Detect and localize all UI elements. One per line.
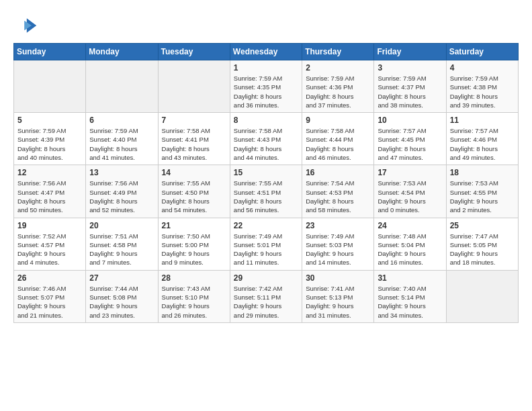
calendar-cell: 5Sunrise: 7:59 AM Sunset: 4:39 PM Daylig… (14, 113, 86, 165)
day-number: 3 (378, 63, 442, 73)
day-info: Sunrise: 7:56 AM Sunset: 4:47 PM Dayligh… (17, 179, 82, 214)
calendar-cell: 11Sunrise: 7:57 AM Sunset: 4:46 PM Dayli… (446, 113, 518, 165)
calendar-cell: 19Sunrise: 7:52 AM Sunset: 4:57 PM Dayli… (14, 218, 86, 270)
weekday-header-monday: Monday (86, 44, 158, 60)
day-number: 13 (89, 168, 154, 177)
calendar-cell: 24Sunrise: 7:48 AM Sunset: 5:04 PM Dayli… (374, 218, 446, 270)
day-number: 4 (450, 63, 515, 73)
day-number: 11 (450, 116, 515, 125)
calendar-cell: 28Sunrise: 7:43 AM Sunset: 5:10 PM Dayli… (158, 270, 230, 322)
day-info: Sunrise: 7:42 AM Sunset: 5:11 PM Dayligh… (234, 284, 298, 320)
day-number: 21 (162, 221, 226, 230)
calendar-cell: 8Sunrise: 7:58 AM Sunset: 4:43 PM Daylig… (230, 113, 302, 165)
day-number: 6 (89, 116, 154, 125)
day-info: Sunrise: 7:58 AM Sunset: 4:44 PM Dayligh… (306, 126, 370, 162)
calendar-cell: 18Sunrise: 7:53 AM Sunset: 4:55 PM Dayli… (446, 165, 518, 218)
day-number: 28 (162, 273, 226, 283)
weekday-header-sunday: Sunday (14, 44, 86, 60)
day-number: 17 (378, 168, 442, 177)
day-info: Sunrise: 7:58 AM Sunset: 4:41 PM Dayligh… (162, 126, 226, 162)
page: SundayMondayTuesdayWednesdayThursdayFrid… (0, 0, 532, 411)
calendar-week-row: 19Sunrise: 7:52 AM Sunset: 4:57 PM Dayli… (14, 218, 519, 270)
calendar-cell: 26Sunrise: 7:46 AM Sunset: 5:07 PM Dayli… (14, 270, 86, 322)
day-number: 20 (89, 221, 154, 230)
calendar-cell: 12Sunrise: 7:56 AM Sunset: 4:47 PM Dayli… (14, 165, 86, 218)
day-number: 16 (306, 168, 370, 177)
calendar-cell (158, 60, 230, 113)
calendar-week-row: 12Sunrise: 7:56 AM Sunset: 4:47 PM Dayli… (14, 165, 519, 218)
day-info: Sunrise: 7:54 AM Sunset: 4:53 PM Dayligh… (306, 179, 370, 214)
calendar-cell: 25Sunrise: 7:47 AM Sunset: 5:05 PM Dayli… (446, 218, 518, 270)
day-info: Sunrise: 7:53 AM Sunset: 4:54 PM Dayligh… (378, 179, 442, 214)
day-number: 2 (306, 63, 370, 73)
weekday-header-wednesday: Wednesday (230, 44, 302, 60)
day-info: Sunrise: 7:59 AM Sunset: 4:37 PM Dayligh… (378, 74, 442, 109)
day-info: Sunrise: 7:52 AM Sunset: 4:57 PM Dayligh… (17, 232, 82, 267)
calendar-cell: 27Sunrise: 7:44 AM Sunset: 5:08 PM Dayli… (86, 270, 158, 322)
day-info: Sunrise: 7:56 AM Sunset: 4:49 PM Dayligh… (89, 179, 154, 214)
day-number: 9 (306, 116, 370, 125)
calendar-cell: 29Sunrise: 7:42 AM Sunset: 5:11 PM Dayli… (230, 270, 302, 322)
calendar-cell: 21Sunrise: 7:50 AM Sunset: 5:00 PM Dayli… (158, 218, 230, 270)
calendar-cell (14, 60, 86, 113)
day-number: 14 (162, 168, 226, 177)
calendar-cell: 17Sunrise: 7:53 AM Sunset: 4:54 PM Dayli… (374, 165, 446, 218)
calendar-cell: 6Sunrise: 7:59 AM Sunset: 4:40 PM Daylig… (86, 113, 158, 165)
logo-icon (13, 13, 38, 38)
day-number: 15 (234, 168, 298, 177)
weekday-header-friday: Friday (374, 44, 446, 60)
day-number: 31 (378, 273, 442, 283)
calendar-cell: 13Sunrise: 7:56 AM Sunset: 4:49 PM Dayli… (86, 165, 158, 218)
calendar-cell: 3Sunrise: 7:59 AM Sunset: 4:37 PM Daylig… (374, 60, 446, 113)
day-number: 23 (306, 221, 370, 230)
logo (13, 13, 40, 38)
day-number: 18 (450, 168, 515, 177)
day-number: 24 (378, 221, 442, 230)
calendar-cell (86, 60, 158, 113)
calendar-cell (446, 270, 518, 322)
day-info: Sunrise: 7:40 AM Sunset: 5:14 PM Dayligh… (378, 284, 442, 320)
calendar-cell: 22Sunrise: 7:49 AM Sunset: 5:01 PM Dayli… (230, 218, 302, 270)
weekday-header-tuesday: Tuesday (158, 44, 230, 60)
calendar-cell: 1Sunrise: 7:59 AM Sunset: 4:35 PM Daylig… (230, 60, 302, 113)
day-info: Sunrise: 7:53 AM Sunset: 4:55 PM Dayligh… (450, 179, 515, 214)
day-number: 26 (17, 273, 82, 283)
day-info: Sunrise: 7:57 AM Sunset: 4:45 PM Dayligh… (378, 126, 442, 162)
day-number: 5 (17, 116, 82, 125)
day-info: Sunrise: 7:51 AM Sunset: 4:58 PM Dayligh… (89, 232, 154, 267)
calendar-cell: 16Sunrise: 7:54 AM Sunset: 4:53 PM Dayli… (302, 165, 374, 218)
calendar-week-row: 26Sunrise: 7:46 AM Sunset: 5:07 PM Dayli… (14, 270, 519, 322)
calendar-cell: 23Sunrise: 7:49 AM Sunset: 5:03 PM Dayli… (302, 218, 374, 270)
day-info: Sunrise: 7:49 AM Sunset: 5:01 PM Dayligh… (234, 232, 298, 267)
day-info: Sunrise: 7:57 AM Sunset: 4:46 PM Dayligh… (450, 126, 515, 162)
day-number: 12 (17, 168, 82, 177)
day-info: Sunrise: 7:59 AM Sunset: 4:39 PM Dayligh… (17, 126, 82, 162)
day-info: Sunrise: 7:58 AM Sunset: 4:43 PM Dayligh… (234, 126, 298, 162)
calendar-week-row: 1Sunrise: 7:59 AM Sunset: 4:35 PM Daylig… (14, 60, 519, 113)
day-number: 29 (234, 273, 298, 283)
day-info: Sunrise: 7:46 AM Sunset: 5:07 PM Dayligh… (17, 284, 82, 320)
day-info: Sunrise: 7:48 AM Sunset: 5:04 PM Dayligh… (378, 232, 442, 267)
day-info: Sunrise: 7:43 AM Sunset: 5:10 PM Dayligh… (162, 284, 226, 320)
day-number: 8 (234, 116, 298, 125)
day-number: 27 (89, 273, 154, 283)
calendar-cell: 30Sunrise: 7:41 AM Sunset: 5:13 PM Dayli… (302, 270, 374, 322)
weekday-header-saturday: Saturday (446, 44, 518, 60)
calendar-cell: 10Sunrise: 7:57 AM Sunset: 4:45 PM Dayli… (374, 113, 446, 165)
calendar-cell: 7Sunrise: 7:58 AM Sunset: 4:41 PM Daylig… (158, 113, 230, 165)
day-info: Sunrise: 7:47 AM Sunset: 5:05 PM Dayligh… (450, 232, 515, 267)
calendar-cell: 20Sunrise: 7:51 AM Sunset: 4:58 PM Dayli… (86, 218, 158, 270)
day-info: Sunrise: 7:59 AM Sunset: 4:40 PM Dayligh… (89, 126, 154, 162)
day-info: Sunrise: 7:55 AM Sunset: 4:50 PM Dayligh… (162, 179, 226, 214)
day-number: 10 (378, 116, 442, 125)
weekday-header-thursday: Thursday (302, 44, 374, 60)
day-info: Sunrise: 7:44 AM Sunset: 5:08 PM Dayligh… (89, 284, 154, 320)
day-number: 22 (234, 221, 298, 230)
day-info: Sunrise: 7:50 AM Sunset: 5:00 PM Dayligh… (162, 232, 226, 267)
day-info: Sunrise: 7:41 AM Sunset: 5:13 PM Dayligh… (306, 284, 370, 320)
calendar-cell: 2Sunrise: 7:59 AM Sunset: 4:36 PM Daylig… (302, 60, 374, 113)
day-number: 19 (17, 221, 82, 230)
calendar-week-row: 5Sunrise: 7:59 AM Sunset: 4:39 PM Daylig… (14, 113, 519, 165)
calendar-cell: 15Sunrise: 7:55 AM Sunset: 4:51 PM Dayli… (230, 165, 302, 218)
day-number: 30 (306, 273, 370, 283)
